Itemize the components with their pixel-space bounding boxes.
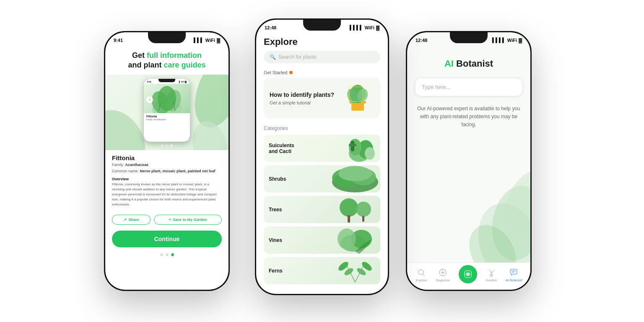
garden-tab-icon (486, 267, 496, 278)
page-dot-3 (170, 144, 173, 147)
tab-diagnose[interactable]: Diagnose (436, 267, 450, 282)
tutorial-card[interactable]: How to identify plants? Get a simple tut… (264, 78, 380, 119)
inner-notch (158, 79, 175, 82)
category-shrubs[interactable]: Shrubs (264, 165, 380, 192)
left-title: Get full information and plant care guid… (115, 51, 218, 70)
left-status-icons: ▍▍▍ WiFi ▓ (194, 38, 220, 43)
right-time: 12:48 (415, 38, 427, 43)
category-succulents[interactable]: Suiculentsand Cacti (264, 135, 380, 162)
scan-icon-svg (463, 270, 473, 279)
header-highlight-2: care guides (164, 61, 205, 69)
plant-family: Family: Acanthaceae (112, 162, 222, 168)
tutorial-sub: Get a simple tutorial (270, 100, 341, 105)
succulents-img (330, 135, 380, 162)
garden-icon-svg (487, 268, 496, 277)
vines-img (330, 226, 380, 254)
family-label: Family: (112, 163, 125, 167)
search-placeholder-text: Search for plants (278, 54, 317, 60)
chat-icon-svg (509, 268, 518, 277)
wifi-icon: WiFi (205, 38, 215, 43)
svg-rect-49 (510, 269, 517, 274)
category-ferns-label: Ferns (269, 268, 283, 274)
inner-icons: ▍WiFi▓ (179, 80, 187, 83)
battery-icon: ▓ (217, 38, 220, 43)
right-status-icons: ▍▍▍▍ WiFi ▓ (492, 38, 522, 43)
header-highlight-1: full information (147, 51, 202, 60)
notch (148, 32, 186, 43)
center-screen: 12:48 ▍▍▍▍ WiFi ▓ Explore 🔍 Search for p… (256, 20, 388, 294)
inner-plant-details: Family: Acanthaceae (146, 118, 187, 121)
ai-description: Our AI-powered expert is available to he… (407, 96, 530, 138)
inner-back-btn[interactable]: ‹ (146, 96, 153, 103)
inner-screen: 9:41 ▍WiFi▓ ‹ (144, 79, 190, 142)
svg-point-24 (338, 166, 372, 181)
center-notch (303, 20, 341, 31)
plant-image-area: 9:41 ▍WiFi▓ ‹ (105, 75, 229, 150)
category-trees[interactable]: Trees (264, 196, 380, 223)
diagnose-tab-icon (438, 267, 448, 278)
search-bar[interactable]: 🔍 Search for plants (264, 51, 380, 63)
share-label: Share (128, 218, 139, 222)
category-ferns[interactable]: Ferns (264, 257, 380, 284)
dot-2 (166, 253, 169, 256)
center-wifi-icon: WiFi (365, 25, 374, 30)
svg-rect-28 (362, 216, 364, 222)
continue-button[interactable]: Continue (112, 231, 222, 247)
explore-tab-icon (416, 267, 426, 278)
svg-point-26 (356, 202, 371, 217)
svg-point-40 (418, 270, 423, 275)
dot-3 (171, 253, 174, 256)
plant-info-section: Fittonia Family: Acanthaceae Common name… (105, 150, 229, 210)
inner-info: Fittonia Family: Acanthaceae (144, 113, 190, 123)
plant-common-name: Common name: Nerve plant, mosaic plant, … (112, 169, 222, 174)
left-screen: 9:41 ▍▍▍ WiFi ▓ Get full information and… (105, 32, 229, 290)
garden-tab-label: Garden (486, 278, 497, 282)
explore-icon-svg (417, 268, 426, 277)
tab-garden[interactable]: Garden (486, 267, 497, 282)
dots-indicator (105, 253, 229, 256)
botanist-label: Botanist (454, 58, 493, 69)
phone-right: 12:48 ▍▍▍▍ WiFi ▓ AI Botanist (406, 31, 532, 291)
succulents-svg (330, 135, 380, 162)
share-button[interactable]: ↗ Share (112, 215, 151, 225)
inner-plant-img: ‹ (144, 84, 190, 113)
tab-scan[interactable] (459, 265, 477, 284)
svg-rect-27 (348, 215, 350, 223)
svg-point-6 (158, 86, 176, 111)
ferns-svg (330, 257, 380, 284)
center-battery-icon: ▓ (376, 25, 379, 30)
left-time: 9:41 (114, 38, 123, 43)
inner-phone: 9:41 ▍WiFi▓ ‹ (144, 79, 190, 142)
vines-svg (330, 226, 380, 254)
signal-icon: ▍▍▍ (194, 38, 204, 43)
inner-plant-name: Fittonia (146, 115, 187, 118)
tab-ai-botanist[interactable]: AI Botanist (506, 267, 522, 282)
category-trees-label: Trees (269, 207, 282, 213)
phones-container: 9:41 ▍▍▍ WiFi ▓ Get full information and… (70, 6, 574, 316)
overview-title: Overview (112, 177, 222, 181)
tab-bar: Explore Diagnose (407, 262, 530, 290)
right-signal-icon: ▍▍▍▍ (492, 38, 506, 43)
svg-point-25 (340, 198, 358, 217)
explore-title: Explore (256, 33, 388, 51)
save-button[interactable]: + Save to My Garden (154, 215, 222, 225)
left-header: Get full information and plant care guid… (105, 46, 229, 75)
right-battery-icon: ▓ (519, 38, 522, 43)
right-wifi-icon: WiFi (507, 38, 517, 43)
save-icon: + (169, 218, 171, 222)
scan-tab-icon (459, 265, 477, 283)
category-vines[interactable]: Vines (264, 226, 380, 254)
get-started-label: Get Started (256, 68, 388, 78)
tab-explore[interactable]: Explore (415, 267, 427, 282)
ai-input-box[interactable]: Type here... (415, 78, 523, 96)
ferns-img (330, 257, 380, 284)
tutorial-text: How to identify plants? Get a simple tut… (270, 91, 341, 105)
right-screen: 12:48 ▍▍▍▍ WiFi ▓ AI Botanist (407, 32, 530, 290)
categories-title: Categories (256, 124, 388, 135)
header-text-1: Get (132, 51, 147, 60)
diagnose-icon-svg (439, 268, 447, 277)
page-dot-2 (166, 144, 168, 147)
dot-1 (160, 253, 163, 256)
trees-svg (330, 196, 380, 223)
shrubs-svg (330, 165, 380, 192)
